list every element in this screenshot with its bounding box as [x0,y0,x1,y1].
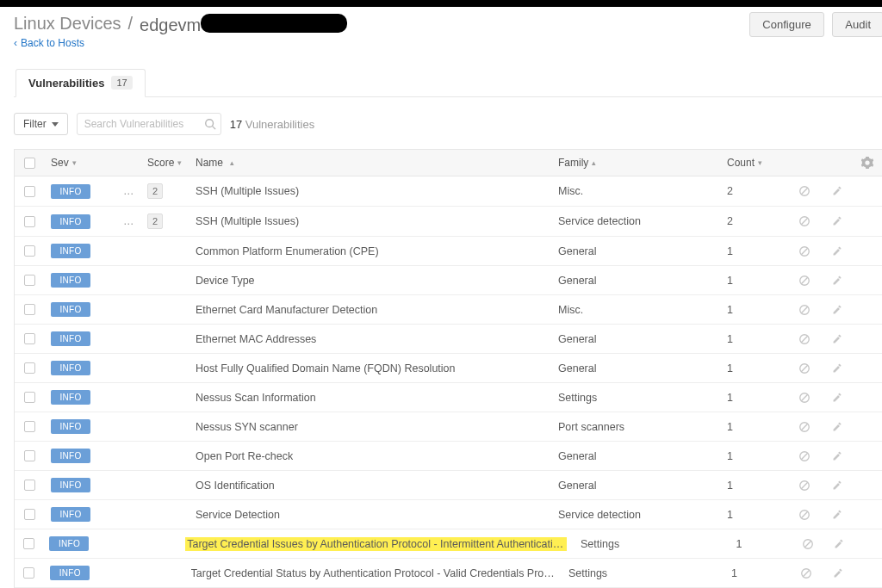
row-checkbox[interactable] [24,216,35,227]
toolbar: Filter 17 Vulnerabilities [14,113,882,135]
status-cell[interactable] [787,502,822,528]
status-cell[interactable] [787,414,822,440]
edit-cell[interactable] [824,532,854,556]
select-all-checkbox[interactable] [24,158,35,169]
vulnerabilities-table: Sev▾ Score▾ Name▴ Family▴ Count▾ INFO…2S… [14,149,882,588]
vuln-name[interactable]: Device Type [196,275,255,287]
col-header-family[interactable]: Family▴ [551,150,720,176]
vuln-name[interactable]: OS Identification [196,480,275,492]
edit-cell[interactable] [822,386,853,410]
col-header-score[interactable]: Score▾ [140,150,189,176]
table-row[interactable]: INFOTarget Credential Issues by Authenti… [15,529,882,559]
row-checkbox[interactable] [24,509,35,520]
row-checkbox[interactable] [24,421,35,432]
vuln-name[interactable]: Nessus Scan Information [196,392,316,404]
edit-cell[interactable] [822,327,853,351]
table-row[interactable]: INFODevice TypeGeneral1 [15,266,882,295]
row-checkbox[interactable] [24,392,35,403]
vuln-name[interactable]: Ethernet MAC Addresses [196,333,316,345]
table-row[interactable]: INFOCommon Platform Enumeration (CPE)Gen… [15,237,882,266]
edit-cell[interactable] [822,209,853,233]
back-link-label: Back to Hosts [21,37,84,49]
vuln-name[interactable]: Target Credential Issues by Authenticati… [185,537,567,551]
edit-cell[interactable] [822,473,853,498]
edit-cell[interactable] [822,179,853,203]
row-checkbox[interactable] [24,362,35,374]
status-cell[interactable] [787,473,822,498]
status-cell[interactable] [787,385,822,411]
circle-slash-icon [798,480,811,492]
table-row[interactable]: INFOTarget Credential Status by Authenti… [15,559,882,588]
table-row[interactable]: INFO…2SSH (Multiple Issues)Service detec… [15,207,882,237]
vuln-name[interactable]: Ethernet Card Manufacturer Detection [196,304,377,316]
circle-slash-icon [798,245,811,257]
edit-cell[interactable] [823,561,854,585]
row-checkbox[interactable] [23,567,34,579]
edit-cell[interactable] [822,239,853,263]
vuln-name[interactable]: Common Platform Enumeration (CPE) [196,245,379,257]
row-checkbox[interactable] [24,275,35,286]
col-header-sev[interactable]: Sev▾ [44,150,116,176]
col-header-name[interactable]: Name▴ [189,150,551,176]
vuln-name[interactable]: Nessus SYN scanner [196,421,298,433]
circle-slash-icon [798,509,811,521]
columns-settings-button[interactable] [853,150,882,176]
search-input[interactable] [77,113,221,135]
vuln-name[interactable]: Host Fully Qualified Domain Name (FQDN) … [196,362,455,374]
status-cell[interactable] [787,178,822,204]
row-checkbox[interactable] [24,304,35,315]
circle-slash-icon [802,538,814,550]
vuln-name[interactable]: Target Credential Status by Authenticati… [191,567,555,579]
row-menu-icon[interactable]: … [123,215,134,227]
table-row[interactable]: INFOService DetectionService detection1 [15,500,882,529]
vuln-count: 1 [727,421,733,433]
breadcrumb-root[interactable]: Linux Devices [14,14,121,34]
configure-button[interactable]: Configure [749,12,823,37]
row-checkbox[interactable] [24,450,35,461]
table-row[interactable]: INFOEthernet Card Manufacturer Detection… [15,295,882,325]
status-cell[interactable] [787,356,822,381]
tab-count-badge: 17 [111,76,132,90]
severity-badge: INFO [51,331,90,346]
back-to-hosts-link[interactable]: ‹ Back to Hosts [14,37,84,49]
audit-button[interactable]: Audit [832,12,882,37]
status-cell[interactable] [787,238,822,264]
row-checkbox[interactable] [24,333,35,344]
row-checkbox[interactable] [24,186,35,197]
status-cell[interactable] [792,531,824,557]
status-cell[interactable] [787,208,822,234]
table-row[interactable]: INFOOS IdentificationGeneral1 [15,471,882,500]
vuln-name[interactable]: SSH (Multiple Issues) [196,185,299,197]
edit-cell[interactable] [822,356,853,381]
table-row[interactable]: INFONessus Scan InformationSettings1 [15,383,882,412]
tab-vulnerabilities[interactable]: Vulnerabilities 17 [16,69,146,97]
edit-cell[interactable] [822,415,853,439]
edit-cell[interactable] [822,503,853,527]
row-checkbox[interactable] [24,480,35,491]
vuln-count: 2 [727,215,733,227]
table-row[interactable]: INFOHost Fully Qualified Domain Name (FQ… [15,354,882,383]
filter-button[interactable]: Filter [14,113,68,135]
row-checkbox[interactable] [24,245,35,257]
col-header-count[interactable]: Count▾ [720,150,787,176]
table-row[interactable]: INFOOpen Port Re-checkGeneral1 [15,442,882,471]
vuln-name[interactable]: SSH (Multiple Issues) [196,215,299,227]
table-row[interactable]: INFOEthernet MAC AddressesGeneral1 [15,325,882,354]
status-cell[interactable] [787,326,822,352]
row-checkbox[interactable] [23,538,34,549]
edit-cell[interactable] [822,298,853,322]
table-row[interactable]: INFO…2SSH (Multiple Issues)Misc.2 [15,176,882,207]
table-row[interactable]: INFONessus SYN scannerPort scanners1 [15,412,882,442]
status-cell[interactable] [787,443,822,469]
vuln-name[interactable]: Service Detection [196,509,280,521]
edit-cell[interactable] [822,444,853,468]
pencil-icon [832,334,842,344]
status-cell[interactable] [787,268,822,294]
status-cell[interactable] [787,297,822,323]
pencil-icon [832,510,842,520]
circle-slash-icon [798,450,811,462]
edit-cell[interactable] [822,269,853,293]
row-menu-icon[interactable]: … [123,185,134,197]
vuln-name[interactable]: Open Port Re-check [196,450,293,462]
status-cell[interactable] [789,560,823,586]
